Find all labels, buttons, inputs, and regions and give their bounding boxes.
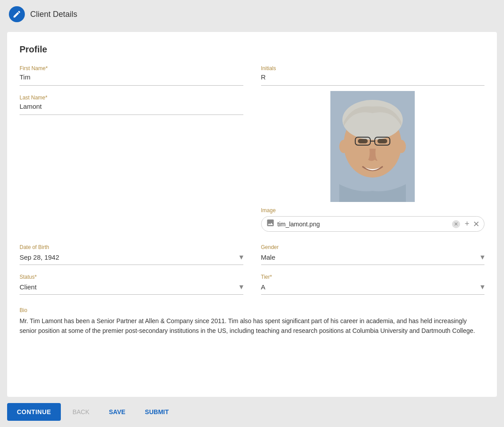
last-name-label: Last Name* <box>20 95 243 101</box>
dob-label: Date of Birth <box>20 244 243 250</box>
profile-card: Profile First Name* Tim Last Name* Lamon… <box>7 32 497 397</box>
initials-label: Initials <box>261 65 485 71</box>
image-filename: tim_lamont.png <box>278 221 450 228</box>
footer-bar: CONTINUE BACK SAVE SUBMIT <box>0 397 504 427</box>
status-dropdown[interactable]: Client ▾ <box>20 282 243 295</box>
svg-rect-3 <box>358 139 368 143</box>
dob-dropdown[interactable]: Sep 28, 1942 ▾ <box>20 252 243 265</box>
status-arrow-icon[interactable]: ▾ <box>239 282 243 292</box>
tier-arrow-icon[interactable]: ▾ <box>480 282 484 292</box>
tier-value: A <box>261 283 481 291</box>
last-name-field: Last Name* Lamont <box>20 95 243 115</box>
left-column: First Name* Tim Last Name* Lamont <box>20 65 243 237</box>
image-input-row[interactable]: tim_lamont.png ✕ + ✕ <box>261 216 485 232</box>
gender-arrow-icon[interactable]: ▾ <box>480 252 484 262</box>
first-name-label: First Name* <box>20 65 243 71</box>
tier-field: Tier* A ▾ <box>261 274 485 295</box>
bio-text[interactable]: Mr. Tim Lamont has been a Senior Partner… <box>20 316 484 336</box>
photo-area: Image tim_lamont.png ✕ + ✕ <box>261 91 485 232</box>
initials-field: Initials R <box>261 65 485 86</box>
save-button[interactable]: SAVE <box>101 403 133 421</box>
svg-point-8 <box>339 140 348 153</box>
last-name-value[interactable]: Lamont <box>20 103 243 115</box>
dob-arrow-icon[interactable]: ▾ <box>239 252 243 262</box>
profile-photo <box>330 91 415 202</box>
image-add-button[interactable]: + <box>464 219 469 229</box>
back-button: BACK <box>64 403 97 421</box>
svg-rect-4 <box>377 139 387 143</box>
image-label: Image <box>261 207 485 214</box>
svg-point-2 <box>342 100 403 140</box>
bio-label: Bio <box>20 307 484 313</box>
bio-section: Bio Mr. Tim Lamont has been a Senior Par… <box>20 307 484 336</box>
gender-dropdown[interactable]: Male ▾ <box>261 252 485 265</box>
status-field: Status* Client ▾ <box>20 274 243 295</box>
edit-icon <box>9 6 25 22</box>
status-label: Status* <box>20 274 243 280</box>
gender-field: Gender Male ▾ <box>261 244 485 265</box>
submit-button[interactable]: SUBMIT <box>137 403 177 421</box>
page-header: Client Details <box>0 0 504 28</box>
status-value: Client <box>20 283 239 291</box>
page-title: Client Details <box>30 10 77 19</box>
image-close-button[interactable]: ✕ <box>473 219 480 229</box>
first-name-value[interactable]: Tim <box>20 73 243 86</box>
first-name-field: First Name* Tim <box>20 65 243 86</box>
initials-value[interactable]: R <box>261 73 485 86</box>
dob-value: Sep 28, 1942 <box>20 253 239 261</box>
gender-value: Male <box>261 253 481 261</box>
continue-button[interactable]: CONTINUE <box>7 403 61 421</box>
tier-dropdown[interactable]: A ▾ <box>261 282 485 295</box>
tier-label: Tier* <box>261 274 485 280</box>
right-column: Initials R <box>261 65 485 237</box>
section-title: Profile <box>20 44 484 55</box>
svg-point-9 <box>397 140 406 153</box>
gender-label: Gender <box>261 244 485 250</box>
image-file-icon <box>266 218 275 229</box>
image-remove-button[interactable]: ✕ <box>452 220 460 228</box>
dob-field: Date of Birth Sep 28, 1942 ▾ <box>20 244 243 265</box>
